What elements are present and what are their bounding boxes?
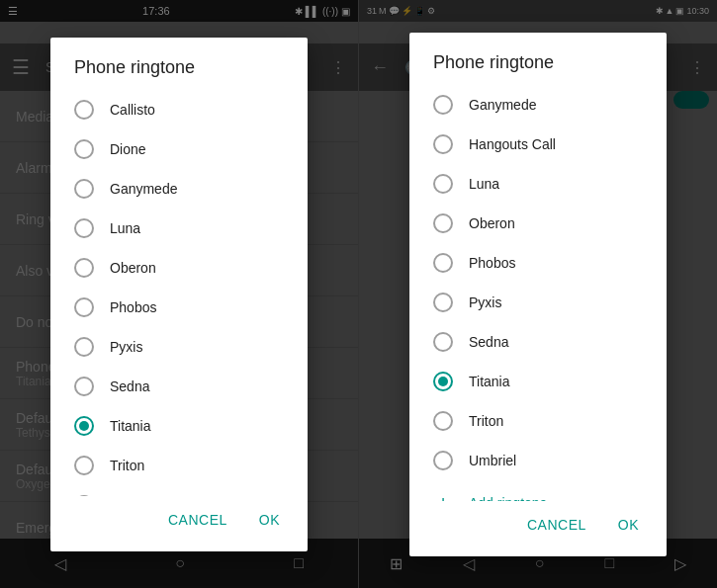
right-dialog-item[interactable]: Pyxis	[409, 283, 667, 322]
right-dialog-item[interactable]: Umbriel	[409, 441, 667, 480]
left-dialog-item[interactable]: Phobos	[50, 288, 308, 327]
right-dialog-actions: CANCEL OK	[409, 501, 667, 556]
dialog-item-label: Pyxis	[469, 294, 501, 310]
left-dialog-item[interactable]: Pyxis	[50, 327, 308, 367]
dialog-item-label: Titania	[110, 418, 151, 434]
radio-circle	[433, 213, 453, 233]
dialog-item-label: Luna	[110, 220, 140, 236]
left-dialog-item[interactable]: Umbriel	[50, 485, 308, 496]
right-dialog-item[interactable]: Titania	[409, 362, 667, 401]
right-dialog-item[interactable]: Ganymede	[409, 85, 667, 125]
left-dialog-item[interactable]: Titania	[50, 406, 308, 446]
left-dialog-list[interactable]: CallistoDioneGanymedeLunaOberonPhobosPyx…	[50, 86, 308, 496]
left-dialog-actions: CANCEL OK	[50, 496, 308, 551]
radio-circle	[433, 372, 453, 391]
right-dialog-item[interactable]: Phobos	[409, 243, 667, 283]
left-dialog-item[interactable]: Callisto	[50, 90, 308, 129]
radio-circle	[433, 134, 453, 154]
left-dialog-item[interactable]: Dione	[50, 129, 308, 169]
radio-circle	[74, 179, 94, 199]
radio-inner	[79, 421, 89, 431]
dialog-item-label: Callisto	[110, 102, 155, 118]
radio-circle	[74, 377, 94, 396]
dialog-item-label: Umbriel	[469, 453, 516, 468]
dialog-item-label: Sedna	[469, 334, 508, 350]
dialog-item-label: Sedna	[110, 378, 149, 394]
radio-circle	[74, 218, 94, 238]
left-cancel-button[interactable]: CANCEL	[156, 504, 239, 536]
add-ringtone-row[interactable]: + Add ringtone	[409, 480, 667, 501]
dialog-item-label: Hangouts Call	[469, 136, 556, 152]
left-dialog-item[interactable]: Sedna	[50, 367, 308, 406]
right-dialog-item[interactable]: Luna	[409, 164, 667, 204]
dialog-item-label: Oberon	[110, 260, 156, 276]
left-dialog-item[interactable]: Luna	[50, 209, 308, 248]
dialog-item-label: Ganymede	[469, 97, 536, 113]
right-dialog-item[interactable]: Oberon	[409, 204, 667, 243]
left-dialog-overlay: Phone ringtone CallistoDioneGanymedeLuna…	[0, 0, 358, 588]
dialog-item-label: Triton	[469, 413, 503, 429]
radio-circle	[74, 100, 94, 120]
dialog-item-label: Oberon	[469, 215, 515, 231]
right-dialog-item[interactable]: Triton	[409, 401, 667, 441]
dialog-item-label: Phobos	[469, 255, 515, 271]
radio-circle	[74, 258, 94, 278]
radio-circle	[74, 416, 94, 436]
dialog-item-label: Triton	[110, 458, 144, 473]
left-dialog-item[interactable]: Triton	[50, 446, 308, 485]
radio-circle	[433, 95, 453, 115]
radio-circle	[74, 297, 94, 317]
left-dialog-title: Phone ringtone	[50, 38, 308, 86]
left-ok-button[interactable]: OK	[247, 504, 292, 536]
radio-circle	[433, 332, 453, 352]
right-dialog-list[interactable]: GanymedeHangouts CallLunaOberonPhobosPyx…	[409, 81, 667, 501]
radio-circle	[433, 411, 453, 431]
right-ok-button[interactable]: OK	[606, 509, 651, 541]
left-dialog: Phone ringtone CallistoDioneGanymedeLuna…	[50, 38, 308, 551]
right-dialog-item[interactable]: Sedna	[409, 322, 667, 362]
left-dialog-item[interactable]: Ganymede	[50, 169, 308, 209]
radio-circle	[433, 174, 453, 194]
radio-circle	[74, 337, 94, 357]
dialog-item-label: Dione	[110, 141, 146, 157]
dialog-item-label: Pyxis	[110, 339, 142, 355]
right-dialog-overlay: Phone ringtone GanymedeHangouts CallLuna…	[359, 0, 717, 588]
radio-circle	[74, 456, 94, 475]
left-dialog-item[interactable]: Oberon	[50, 248, 308, 288]
add-icon: +	[433, 492, 453, 501]
right-dialog-item[interactable]: Hangouts Call	[409, 125, 667, 164]
radio-circle	[74, 139, 94, 159]
radio-circle	[433, 451, 453, 470]
left-screen: ☰ 17:36 ✱ ▌▌ ((·)) ▣ ☰ Sound ⋮ Media Ala	[0, 0, 358, 588]
radio-inner	[438, 377, 448, 386]
radio-circle	[433, 253, 453, 273]
dialog-item-label: Ganymede	[110, 181, 177, 197]
right-screen: 31 M 💬 ⚡ 📱 ⚙ ✱ ▲ ▣ 10:30 ← 🕐 ⋮	[359, 0, 717, 588]
dialog-item-label: Phobos	[110, 299, 156, 315]
right-dialog-title: Phone ringtone	[409, 33, 667, 81]
radio-circle	[433, 293, 453, 312]
dialog-item-label: Luna	[469, 176, 499, 192]
dialog-item-label: Titania	[469, 374, 510, 389]
right-cancel-button[interactable]: CANCEL	[515, 509, 598, 541]
right-dialog: Phone ringtone GanymedeHangouts CallLuna…	[409, 33, 667, 556]
